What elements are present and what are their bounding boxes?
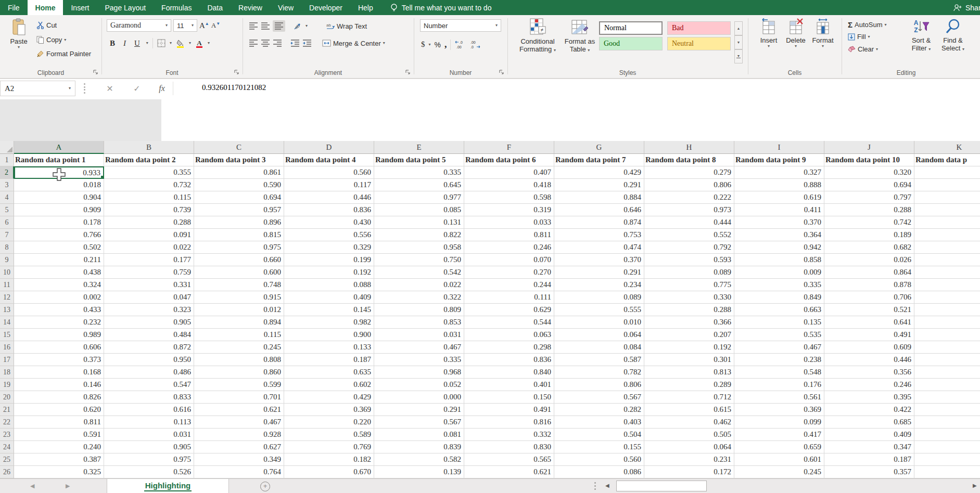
increase-decimal-button[interactable]: .0.00 (454, 40, 466, 49)
cell-C22[interactable]: 0.467 (194, 416, 284, 429)
cell-K26[interactable] (914, 466, 980, 478)
accounting-format-button[interactable]: $ (421, 40, 425, 49)
cell-H14[interactable]: 0.366 (644, 316, 734, 329)
cell-D9[interactable]: 0.199 (284, 254, 374, 266)
cell-E4[interactable]: 0.977 (374, 191, 464, 204)
format-cells-button[interactable]: Format ▾ (810, 18, 835, 48)
increase-indent-button[interactable] (302, 39, 312, 47)
cell-F19[interactable]: 0.401 (464, 379, 554, 391)
cell-G3[interactable]: 0.291 (554, 179, 644, 191)
cell-A25[interactable]: 0.387 (14, 453, 104, 466)
cell-I18[interactable]: 0.548 (734, 366, 824, 379)
cell-I4[interactable]: 0.619 (734, 191, 824, 204)
cell-J13[interactable]: 0.521 (824, 304, 914, 316)
cell-G13[interactable]: 0.555 (554, 304, 644, 316)
column-header-G[interactable]: G (554, 141, 644, 154)
cell-H10[interactable]: 0.089 (644, 266, 734, 279)
cell-B13[interactable]: 0.323 (104, 304, 194, 316)
hscroll-left-arrow[interactable]: ◀ (605, 483, 609, 488)
cell-F4[interactable]: 0.598 (464, 191, 554, 204)
clear-button[interactable]: Clear ▾ (848, 45, 878, 53)
cell-B6[interactable]: 0.288 (104, 216, 194, 229)
cell-D1[interactable]: Random data point 4 (284, 154, 374, 166)
conditional-formatting-button[interactable]: ≠ Conditional Formatting ▾ (515, 18, 561, 53)
cell-C14[interactable]: 0.894 (194, 316, 284, 329)
italic-button[interactable]: I (121, 39, 128, 48)
cell-I7[interactable]: 0.364 (734, 229, 824, 241)
formula-bar-drag-handle[interactable] (82, 83, 86, 94)
cell-B4[interactable]: 0.115 (104, 191, 194, 204)
cell-G18[interactable]: 0.782 (554, 366, 644, 379)
cell-I22[interactable]: 0.099 (734, 416, 824, 429)
cell-C19[interactable]: 0.599 (194, 379, 284, 391)
cell-E5[interactable]: 0.085 (374, 204, 464, 216)
cell-A4[interactable]: 0.904 (14, 191, 104, 204)
cell-K17[interactable] (914, 354, 980, 366)
cell-C11[interactable]: 0.748 (194, 279, 284, 291)
row-header-19[interactable]: 19 (0, 379, 14, 391)
cell-E22[interactable]: 0.567 (374, 416, 464, 429)
find-select-button[interactable]: Find & Select ▾ (938, 18, 968, 52)
ribbon-tab-developer[interactable]: Developer (301, 0, 350, 15)
cell-J21[interactable]: 0.422 (824, 404, 914, 416)
cell-F20[interactable]: 0.150 (464, 391, 554, 404)
cell-E10[interactable]: 0.542 (374, 266, 464, 279)
cell-G23[interactable]: 0.504 (554, 429, 644, 441)
cell-D21[interactable]: 0.369 (284, 404, 374, 416)
cell-J4[interactable]: 0.797 (824, 191, 914, 204)
cell-H22[interactable]: 0.462 (644, 416, 734, 429)
cell-B1[interactable]: Random data point 2 (104, 154, 194, 166)
row-header-17[interactable]: 17 (0, 354, 14, 366)
cell-I23[interactable]: 0.417 (734, 429, 824, 441)
enter-button[interactable]: ✓ (129, 82, 145, 95)
cell-C6[interactable]: 0.896 (194, 216, 284, 229)
cell-J24[interactable]: 0.347 (824, 441, 914, 453)
cell-A26[interactable]: 0.325 (14, 466, 104, 478)
cell-K12[interactable] (914, 291, 980, 304)
cell-B10[interactable]: 0.759 (104, 266, 194, 279)
cell-K19[interactable] (914, 379, 980, 391)
insert-cells-button[interactable]: Insert ▾ (756, 18, 781, 48)
cell-D7[interactable]: 0.556 (284, 229, 374, 241)
cell-E19[interactable]: 0.052 (374, 379, 464, 391)
cell-G16[interactable]: 0.084 (554, 341, 644, 354)
cell-I26[interactable]: 0.245 (734, 466, 824, 478)
font-name-combo[interactable]: Garamond ▾ (107, 19, 171, 32)
cell-K6[interactable] (914, 216, 980, 229)
cell-G8[interactable]: 0.474 (554, 241, 644, 254)
cell-K24[interactable] (914, 441, 980, 453)
cell-G4[interactable]: 0.884 (554, 191, 644, 204)
cell-K15[interactable] (914, 329, 980, 341)
sort-filter-button[interactable]: A Z Sort & Filter ▾ (906, 18, 936, 52)
row-header-6[interactable]: 6 (0, 216, 14, 229)
cell-H3[interactable]: 0.806 (644, 179, 734, 191)
clear-caret[interactable]: ▾ (876, 47, 878, 51)
cell-A9[interactable]: 0.211 (14, 254, 104, 266)
cell-J5[interactable]: 0.288 (824, 204, 914, 216)
cell-J7[interactable]: 0.189 (824, 229, 914, 241)
ribbon-tab-help[interactable]: Help (350, 0, 381, 15)
format-cells-caret[interactable]: ▾ (822, 44, 824, 48)
cell-F18[interactable]: 0.840 (464, 366, 554, 379)
cell-B23[interactable]: 0.031 (104, 429, 194, 441)
cell-E8[interactable]: 0.958 (374, 241, 464, 254)
cell-D8[interactable]: 0.329 (284, 241, 374, 254)
cell-H4[interactable]: 0.222 (644, 191, 734, 204)
cell-H6[interactable]: 0.444 (644, 216, 734, 229)
delete-cells-button[interactable]: Delete ▾ (783, 18, 808, 48)
cell-E25[interactable]: 0.582 (374, 453, 464, 466)
name-box[interactable]: A2 ▾ (0, 81, 75, 96)
cell-B15[interactable]: 0.484 (104, 329, 194, 341)
ribbon-tab-data[interactable]: Data (199, 0, 231, 15)
cell-B22[interactable]: 0.113 (104, 416, 194, 429)
cell-I17[interactable]: 0.238 (734, 354, 824, 366)
cell-G1[interactable]: Random data point 7 (554, 154, 644, 166)
row-header-18[interactable]: 18 (0, 366, 14, 379)
cell-B21[interactable]: 0.616 (104, 404, 194, 416)
merge-center-button[interactable]: Merge & Center ▾ (322, 40, 385, 47)
column-header-H[interactable]: H (644, 141, 734, 154)
style-chip-normal[interactable]: Normal (599, 21, 663, 35)
row-header-25[interactable]: 25 (0, 453, 14, 466)
cell-J20[interactable]: 0.395 (824, 391, 914, 404)
cell-K18[interactable] (914, 366, 980, 379)
